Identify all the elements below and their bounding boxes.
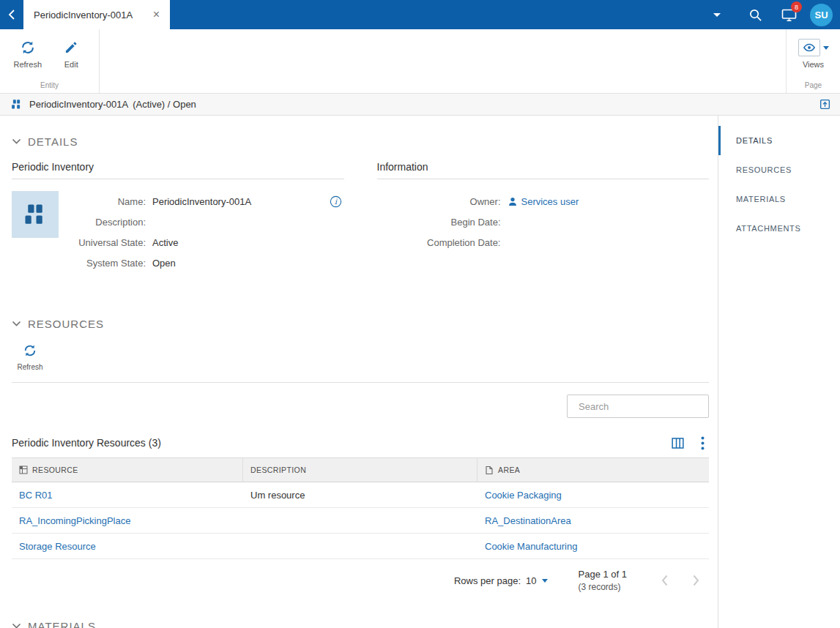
description-cell: Um resource [250, 490, 305, 501]
eye-icon [798, 39, 820, 56]
open-in-window-button[interactable] [819, 98, 831, 111]
column-header-resource[interactable]: RESOURCE [12, 458, 243, 482]
top-bar: PeriodicInventory-001A × 8 SU [0, 0, 840, 29]
column-header-area[interactable]: AREA [477, 458, 709, 482]
column-settings-button[interactable] [671, 437, 685, 449]
column-label: RESOURCE [32, 466, 78, 474]
entity-tab[interactable]: PeriodicInventory-001A × [23, 0, 170, 29]
resources-toolbar: Refresh [12, 340, 709, 383]
field-completion-date: Completion Date: [377, 232, 710, 253]
materials-section-title: MATERIALS [28, 620, 96, 628]
resources-search-row [12, 395, 709, 418]
previous-page-button[interactable] [661, 574, 669, 587]
table-header: RESOURCE DESCRIPTION AREA [12, 457, 709, 482]
field-label: Completion Date: [377, 237, 508, 248]
back-button[interactable] [0, 0, 23, 29]
info-icon[interactable]: i [329, 195, 343, 209]
resource-link[interactable]: BC R01 [19, 490, 53, 501]
refresh-label: Refresh [17, 363, 42, 371]
field-value: PeriodicInventory-001A [152, 196, 251, 207]
group-label-page: Page [787, 81, 840, 89]
field-label: Universal State: [70, 237, 152, 248]
column-header-description[interactable]: DESCRIPTION [243, 458, 477, 482]
rows-per-page-dropdown[interactable]: Rows per page: 10 [454, 575, 548, 586]
sidebar-item-attachments[interactable]: ATTACHMENTS [718, 214, 840, 243]
tabs-dropdown-button[interactable] [706, 9, 728, 21]
area-link[interactable]: RA_DestinationArea [485, 515, 571, 526]
field-label: Begin Date: [377, 217, 508, 228]
toolbar-spacer [100, 29, 786, 93]
command-bar: Refresh Edit Entity Views Page [0, 29, 840, 94]
entity-type-icon [10, 98, 23, 111]
chevron-down-icon [12, 138, 21, 145]
chevron-left-icon [7, 8, 17, 21]
field-name: Name: PeriodicInventory-001A i [70, 191, 344, 212]
user-avatar[interactable]: SU [810, 4, 833, 26]
column-label: DESCRIPTION [250, 466, 306, 474]
refresh-icon [23, 342, 37, 359]
tab-title: PeriodicInventory-001A [34, 10, 150, 20]
entity-blocks-icon [22, 201, 48, 228]
owner-link[interactable]: Services user [521, 196, 579, 207]
search-input[interactable] [579, 401, 707, 412]
field-value: Open [152, 258, 176, 269]
field-owner: Owner: Services user [377, 191, 710, 212]
sidebar-item-materials[interactable]: MATERIALS [718, 184, 840, 214]
breadcrumb-status: (Active) / Open [133, 99, 196, 110]
field-begin-date: Begin Date: [377, 212, 710, 232]
panel-title: Periodic Inventory [12, 161, 344, 179]
tab-close-icon[interactable]: × [150, 7, 163, 22]
notification-badge: 8 [791, 1, 802, 12]
kebab-menu-icon [701, 436, 705, 450]
breadcrumb: PeriodicInventory-001A (Active) / Open [0, 94, 840, 116]
main-scroll-area: DETAILS Periodic Inventory Name: Periodi… [0, 116, 718, 628]
resources-searchbox[interactable] [567, 395, 709, 418]
entity-command-group: Refresh Edit Entity [0, 29, 100, 93]
chevron-down-icon [12, 623, 21, 628]
notifications-button[interactable]: 8 [772, 0, 806, 29]
materials-section-header[interactable]: MATERIALS [12, 618, 709, 628]
views-label: Views [803, 60, 824, 69]
chevron-down-icon [823, 46, 829, 50]
records-count-text: (3 records) [579, 581, 628, 593]
resources-table: RESOURCE DESCRIPTION AREA BC R01 Um reso… [12, 457, 709, 559]
field-universal-state: Universal State: Active [70, 232, 344, 253]
details-panels: Periodic Inventory Name: PeriodicInvento… [12, 161, 709, 273]
field-label: Description: [70, 217, 152, 228]
resource-link[interactable]: Storage Resource [19, 541, 96, 552]
area-link[interactable]: Cookie Manufacturing [485, 541, 577, 552]
entity-image [12, 191, 59, 238]
table-row[interactable]: BC R01 Um resource Cookie Packaging [12, 482, 709, 508]
search-icon [748, 8, 762, 22]
sidebar-item-resources[interactable]: RESOURCES [718, 155, 840, 184]
reference-column-icon [485, 466, 494, 475]
table-row[interactable]: Storage Resource Cookie Manufacturing [12, 534, 709, 559]
table-more-menu-button[interactable] [701, 436, 705, 450]
table-pagination: Rows per page: 10 Page 1 of 1 (3 records… [12, 565, 709, 596]
rows-per-page-value: 10 [526, 575, 536, 586]
field-label: System State: [70, 258, 152, 269]
resources-refresh-button[interactable]: Refresh [12, 340, 48, 382]
sidebar-item-details[interactable]: DETAILS [718, 126, 840, 155]
section-nav: DETAILS RESOURCES MATERIALS ATTACHMENTS [718, 116, 840, 628]
chevron-left-icon [661, 574, 669, 587]
panel-title: Information [377, 161, 710, 179]
field-value: Active [152, 237, 178, 248]
edit-pencil-icon [64, 39, 78, 56]
field-system-state: System State: Open [70, 253, 344, 273]
area-link[interactable]: Cookie Packaging [485, 490, 562, 501]
next-page-button[interactable] [692, 574, 700, 587]
global-search-button[interactable] [738, 0, 772, 29]
field-description: Description: [70, 212, 344, 232]
details-section-header[interactable]: DETAILS [12, 133, 709, 149]
field-label: Owner: [377, 196, 508, 207]
views-button[interactable] [798, 36, 829, 56]
resources-section-title: RESOURCES [28, 318, 104, 330]
information-panel: Information Owner: Services user Begin D… [377, 161, 710, 273]
resource-link[interactable]: RA_IncomingPickingPlace [19, 515, 130, 526]
column-label: AREA [498, 466, 520, 474]
chevron-down-icon [12, 321, 21, 327]
resources-section-header[interactable]: RESOURCES [12, 315, 709, 332]
table-row[interactable]: RA_IncomingPickingPlace RA_DestinationAr… [12, 508, 709, 534]
page-info: Page 1 of 1 (3 records) [579, 568, 628, 593]
